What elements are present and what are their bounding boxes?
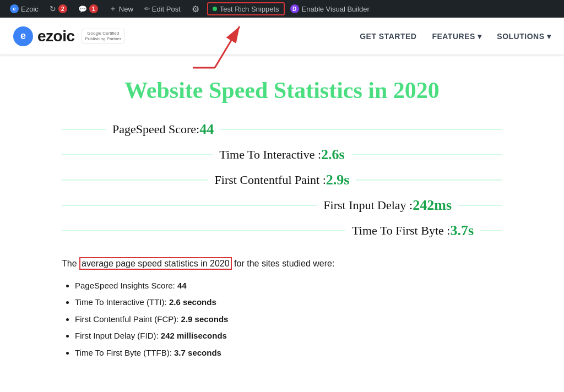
stat-line-left-5 <box>62 230 345 231</box>
stat-line-right-3 <box>356 179 502 181</box>
chevron-down-icon-2: ▾ <box>547 32 551 41</box>
bullet-value-4: 242 milliseconds <box>161 331 227 340</box>
edit-post-label: Edit Post <box>152 5 181 13</box>
comments-admin-item[interactable]: 💬 1 <box>73 0 104 18</box>
bullet-text-5: Time To First Byte (TTFB): <box>75 348 174 357</box>
stat-row-pagespeed: PageSpeed Score: 44 <box>62 121 502 138</box>
rich-snippets-label: Test Rich Snippets <box>220 5 279 13</box>
new-label: New <box>119 5 133 13</box>
ezoic-admin-icon: e <box>10 4 19 13</box>
stat-value-fid: 242ms <box>413 197 452 214</box>
stat-line-right-1 <box>220 129 502 130</box>
main-content: Website Speed Statistics in 2020 PageSpe… <box>18 55 546 385</box>
ezoic-admin-item[interactable]: e Ezoic <box>4 0 44 18</box>
admin-bar: e Ezoic ↻ 2 💬 1 ＋ New ✏ Edit Post ⚙ Test… <box>0 0 564 18</box>
stat-label-tti: Time To Interactive : <box>219 148 321 162</box>
list-item: First Contentful Paint (FCP): 2.9 second… <box>75 313 502 326</box>
bullet-text-1: PageSpeed Insights Score: <box>75 281 177 290</box>
list-item: First Input Delay (FID): 242 millisecond… <box>75 330 502 342</box>
ezoic-admin-label: Ezoic <box>21 5 39 13</box>
bullet-text-2: Time To Interactive (TTI): <box>75 297 169 307</box>
description-paragraph: The average page speed statistics in 202… <box>62 257 502 271</box>
description-before: The <box>62 259 79 268</box>
stat-row-tti: Time To Interactive : 2.6s <box>62 146 502 163</box>
stat-line-right-2 <box>351 154 502 155</box>
stat-line-left-3 <box>62 179 208 181</box>
main-nav: e ezoic Google Certified Publishing Part… <box>0 18 564 55</box>
stat-line-right-5 <box>480 230 502 231</box>
visual-builder-label: Enable Visual Builder <box>302 5 370 13</box>
updates-admin-item[interactable]: ↻ 2 <box>44 0 73 18</box>
stat-row-fcp: First Contentful Paint : 2.9s <box>62 172 502 188</box>
updates-count: 2 <box>58 4 67 13</box>
bullet-value-5: 3.7 seconds <box>174 348 221 357</box>
divi-icon: D <box>290 4 299 13</box>
list-item: PageSpeed Insights Score: 44 <box>75 280 502 292</box>
visual-builder-item[interactable]: D Enable Visual Builder <box>285 4 375 13</box>
stat-row-ttfb: Time To First Byte : 3.7s <box>62 222 502 239</box>
new-admin-item[interactable]: ＋ New <box>104 0 139 18</box>
stat-line-left-4 <box>62 205 317 206</box>
google-badge: Google Certified Publishing Partner <box>82 29 125 43</box>
google-badge-line1: Google Certified <box>85 31 121 36</box>
comments-count: 1 <box>89 4 98 13</box>
list-item: Time To First Byte (TTFB): 3.7 seconds <box>75 347 502 360</box>
stat-line-left-1 <box>62 129 106 130</box>
logo-area: e ezoic Google Certified Publishing Part… <box>13 26 125 46</box>
highlighted-phrase: average page speed statistics in 2020 <box>79 257 232 270</box>
ezoic-logo[interactable]: e ezoic <box>13 26 75 46</box>
google-badge-line2: Publishing Partner <box>85 36 121 42</box>
ezoic-logo-text: ezoic <box>37 28 75 45</box>
stat-line-left-2 <box>62 154 213 155</box>
stat-label-pagespeed: PageSpeed Score: <box>112 122 199 137</box>
chevron-down-icon: ▾ <box>478 32 482 41</box>
list-item: Time To Interactive (TTI): 2.6 seconds <box>75 296 502 309</box>
edit-post-admin-item[interactable]: ✏ Edit Post <box>139 0 186 18</box>
nav-solutions[interactable]: SOLUTIONS ▾ <box>497 32 551 41</box>
rich-snippets-button[interactable]: Test Rich Snippets <box>207 2 285 15</box>
stat-value-tti: 2.6s <box>321 146 345 163</box>
nav-links: GET STARTED FEATURES ▾ SOLUTIONS ▾ <box>360 32 551 41</box>
ezoic-logo-icon: e <box>13 26 33 46</box>
nav-get-started[interactable]: GET STARTED <box>360 32 416 41</box>
nav-features[interactable]: FEATURES ▾ <box>432 32 481 41</box>
bullet-value-2: 2.6 seconds <box>169 297 216 307</box>
description-after: for the sites studied were: <box>232 259 335 268</box>
stat-line-right-4 <box>458 205 502 206</box>
bullet-value-1: 44 <box>177 281 187 290</box>
page-title: Website Speed Statistics in 2020 <box>62 77 502 104</box>
stat-row-fid: First Input Delay : 242ms <box>62 197 502 214</box>
green-dot-icon <box>213 7 217 11</box>
bullet-value-3: 2.9 seconds <box>181 314 229 324</box>
stat-label-fid: First Input Delay : <box>323 198 413 213</box>
stats-bullet-list: PageSpeed Insights Score: 44 Time To Int… <box>62 280 502 360</box>
stat-value-pagespeed: 44 <box>199 121 214 138</box>
bullet-text-3: First Contentful Paint (FCP): <box>75 314 181 324</box>
stat-label-fcp: First Contentful Paint : <box>215 173 326 187</box>
bullet-text-4: First Input Delay (FID): <box>75 331 161 340</box>
stat-value-fcp: 2.9s <box>326 172 350 188</box>
stat-value-ttfb: 3.7s <box>450 222 474 239</box>
wordpress-admin-item[interactable]: ⚙ <box>186 0 205 18</box>
stat-label-ttfb: Time To First Byte : <box>352 224 450 238</box>
